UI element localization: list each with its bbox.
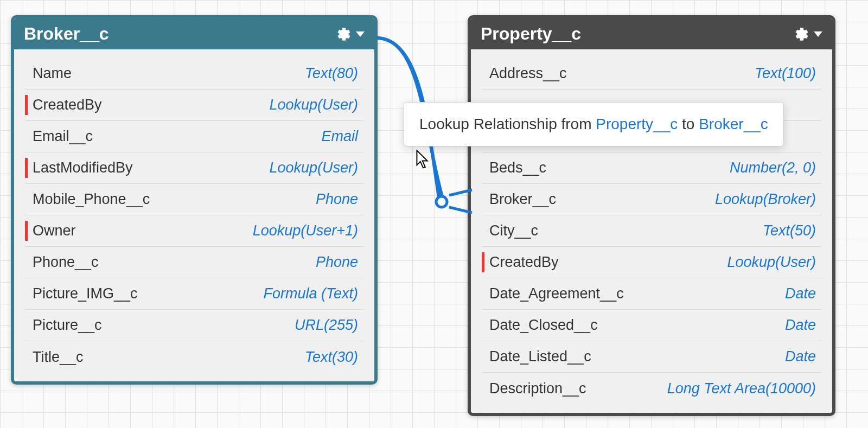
field-name: Description__c bbox=[489, 380, 586, 397]
field-name: Title__c bbox=[33, 349, 84, 366]
field-row[interactable]: NameText(80) bbox=[25, 58, 363, 90]
field-name: CreatedBy bbox=[33, 97, 102, 113]
field-row[interactable]: Description__cLong Text Area(10000) bbox=[482, 373, 821, 404]
entity-card-broker[interactable]: Broker__c NameText(80)CreatedByLookup(Us… bbox=[11, 15, 378, 385]
card-header-broker[interactable]: Broker__c bbox=[14, 18, 374, 49]
field-name: Picture_IMG__c bbox=[33, 285, 138, 302]
field-type: Lookup(User) bbox=[269, 97, 358, 113]
field-row[interactable]: Broker__cLookup(Broker) bbox=[482, 184, 821, 215]
card-title: Property__c bbox=[481, 24, 581, 44]
field-name: Email__c bbox=[33, 128, 93, 145]
field-row[interactable]: Date_Closed__cDate bbox=[482, 310, 821, 341]
field-type: Text(50) bbox=[763, 222, 816, 239]
svg-point-0 bbox=[436, 196, 447, 207]
field-name: Date_Agreement__c bbox=[489, 285, 624, 302]
card-title: Broker__c bbox=[24, 24, 109, 44]
field-name: Broker__c bbox=[489, 191, 556, 208]
field-row[interactable]: Email__cEmail bbox=[25, 121, 363, 152]
field-type: Phone bbox=[316, 254, 358, 271]
field-type: Lookup(Broker) bbox=[715, 191, 816, 208]
field-row[interactable]: CreatedByLookup(User) bbox=[482, 247, 821, 278]
chevron-down-icon[interactable] bbox=[814, 31, 822, 37]
field-name: Beds__c bbox=[489, 159, 546, 176]
field-type: Phone bbox=[316, 191, 358, 208]
chevron-down-icon[interactable] bbox=[356, 31, 365, 37]
field-row[interactable]: OwnerLookup(User+1) bbox=[25, 215, 363, 247]
field-type: Long Text Area(10000) bbox=[667, 380, 816, 397]
card-header-controls[interactable] bbox=[336, 27, 365, 42]
field-type: Formula (Text) bbox=[263, 285, 358, 302]
field-row[interactable]: City__cText(50) bbox=[482, 215, 821, 247]
field-row[interactable]: LastModifiedByLookup(User) bbox=[25, 152, 363, 184]
field-row[interactable]: Picture_IMG__cFormula (Text) bbox=[25, 278, 363, 310]
field-name: Mobile_Phone__c bbox=[33, 191, 150, 208]
field-name: Phone__c bbox=[33, 254, 99, 271]
field-row[interactable]: Beds__cNumber(2, 0) bbox=[482, 152, 821, 184]
field-type: Text(100) bbox=[755, 65, 816, 82]
field-row[interactable]: Address__cText(100) bbox=[482, 58, 821, 90]
tooltip-link-to[interactable]: Broker__c bbox=[699, 116, 768, 132]
field-type: Text(80) bbox=[305, 65, 358, 82]
field-row[interactable]: Mobile_Phone__cPhone bbox=[25, 184, 363, 215]
field-type: Lookup(User+1) bbox=[253, 222, 358, 239]
field-row[interactable]: Date_Listed__cDate bbox=[482, 341, 821, 373]
field-name: Address__c bbox=[489, 65, 567, 82]
field-name: Owner bbox=[33, 222, 76, 239]
field-row[interactable]: Title__cText(30) bbox=[25, 341, 363, 373]
field-type: Number(2, 0) bbox=[730, 159, 816, 176]
tooltip-link-from[interactable]: Property__c bbox=[596, 116, 678, 132]
field-type: URL(255) bbox=[295, 317, 358, 334]
field-name: Picture__c bbox=[33, 317, 102, 334]
field-name: City__c bbox=[489, 222, 538, 239]
gear-icon[interactable] bbox=[794, 27, 809, 42]
entity-card-property[interactable]: Property__c Address__cText(100)Beds__cNu… bbox=[468, 15, 835, 416]
field-type: Text(30) bbox=[305, 349, 358, 366]
field-type: Date bbox=[785, 348, 816, 365]
tooltip-text-prefix: Lookup Relationship from bbox=[419, 116, 596, 132]
field-name: Date_Listed__c bbox=[489, 348, 591, 365]
field-type: Lookup(User) bbox=[269, 159, 358, 176]
field-name: Date_Closed__c bbox=[489, 317, 598, 334]
field-type: Date bbox=[785, 317, 816, 334]
field-row[interactable]: Date_Agreement__cDate bbox=[482, 278, 821, 310]
tooltip-text-middle: to bbox=[678, 116, 699, 132]
field-row[interactable]: CreatedByLookup(User) bbox=[25, 90, 363, 121]
field-name: CreatedBy bbox=[489, 254, 559, 271]
field-type: Email bbox=[321, 128, 358, 145]
field-name: LastModifiedBy bbox=[33, 159, 133, 176]
field-type: Date bbox=[785, 285, 816, 302]
relationship-tooltip: Lookup Relationship from Property__c to … bbox=[404, 102, 784, 146]
field-row[interactable]: Picture__cURL(255) bbox=[25, 310, 363, 341]
card-header-controls[interactable] bbox=[794, 27, 822, 42]
field-name: Name bbox=[33, 65, 72, 82]
card-body-broker: NameText(80)CreatedByLookup(User)Email__… bbox=[14, 49, 374, 381]
card-header-property[interactable]: Property__c bbox=[471, 18, 832, 49]
cursor-icon bbox=[416, 150, 431, 169]
field-row[interactable]: Phone__cPhone bbox=[25, 247, 363, 278]
gear-icon[interactable] bbox=[336, 27, 352, 42]
field-type: Lookup(User) bbox=[727, 254, 816, 271]
